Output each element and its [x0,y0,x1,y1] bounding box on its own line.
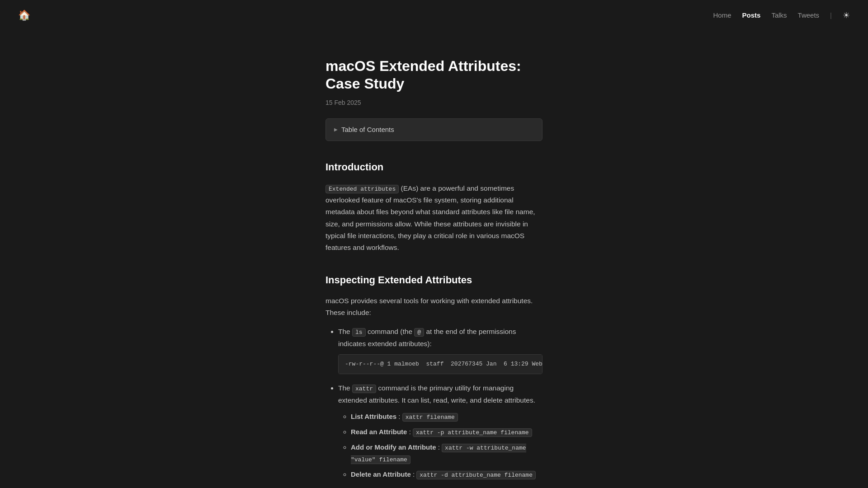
read-attribute-item: Read an Attribute : xattr -p attribute_n… [351,426,542,438]
article-title: macOS Extended Attributes: Case Study [326,57,542,92]
sun-icon: ☀ [843,10,850,20]
introduction-heading: Introduction [326,159,542,175]
read-attribute-colon: : [409,428,413,436]
read-attribute-code: xattr -p attribute_name filename [413,428,532,437]
nav-divider: | [830,10,832,21]
article-content: macOS Extended Attributes: Case Study 15… [316,57,552,488]
introduction-paragraph: Extended attributes (EAs) are a powerful… [326,183,542,254]
delete-attribute-code: xattr -d attribute_name filename [416,471,536,479]
ls-code-block: -rw-r--r--@ 1 malmoeb staff 202767345 Ja… [338,354,542,374]
ls-text-before: The [338,328,352,335]
add-attribute-item: Add or Modify an Attribute : xattr -w at… [351,441,542,465]
extended-attributes-code: Extended attributes [326,185,399,193]
xattr-text-before: The [338,384,352,392]
nav-talks[interactable]: Talks [771,10,787,21]
toc-arrow-icon: ▶ [334,126,338,133]
main-nav: Home Posts Talks Tweets | ☀ [713,10,850,21]
inspecting-heading: Inspecting Extended Attributes [326,272,542,288]
ls-code: ls [352,328,366,337]
toc-container[interactable]: ▶ Table of Contents [326,118,542,141]
xattr-code: xattr [352,385,376,393]
xattr-item: The xattr command is the primary utility… [338,382,542,480]
xattr-sub-list: List Attributes : xattr filename Read an… [338,411,542,480]
home-icon-link[interactable]: 🏠 [18,7,30,23]
inspecting-intro: macOS provides several tools for working… [326,295,542,319]
delete-attribute-item: Delete an Attribute : xattr -d attribute… [351,469,542,480]
nav-posts[interactable]: Posts [742,10,761,21]
add-attribute-colon: : [438,443,442,451]
toc-summary: ▶ Table of Contents [334,124,534,135]
ls-item: The ls command (the @ at the end of the … [338,326,542,374]
add-attribute-label: Add or Modify an Attribute [351,443,436,451]
read-attribute-label: Read an Attribute [351,428,407,436]
nav-tweets[interactable]: Tweets [798,10,820,21]
tools-list: The ls command (the @ at the end of the … [326,326,542,480]
article-date: 15 Feb 2025 [326,98,542,108]
list-attributes-code: xattr filename [402,413,458,422]
theme-toggle-button[interactable]: ☀ [843,10,850,20]
site-header: 🏠 Home Posts Talks Tweets | ☀ [0,0,868,30]
toc-label: Table of Contents [341,124,394,135]
at-code: @ [414,328,424,337]
nav-home[interactable]: Home [713,10,731,21]
introduction-text: (EAs) are a powerful and sometimes overl… [326,184,535,252]
ls-text-after: command (the [368,328,414,335]
delete-attribute-label: Delete an Attribute [351,470,411,478]
list-attributes-label: List Attributes [351,413,396,420]
list-attributes-colon: : [398,413,402,420]
list-attributes-item: List Attributes : xattr filename [351,411,542,422]
